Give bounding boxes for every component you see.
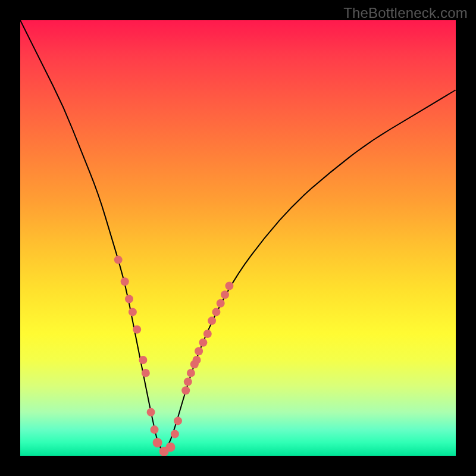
sample-dot [166, 442, 176, 452]
chart-svg [20, 20, 456, 456]
sample-dot [171, 430, 179, 438]
sample-dot [114, 256, 123, 264]
sample-dot [142, 369, 150, 377]
sample-dot [125, 295, 133, 303]
sample-dot [153, 438, 162, 447]
sample-dot [121, 277, 129, 286]
sample-dot [129, 308, 137, 316]
sample-dot [199, 339, 207, 347]
sample-dot [195, 347, 203, 355]
sample-dot [174, 416, 182, 425]
sample-dot [225, 282, 233, 290]
sample-dot [184, 378, 192, 386]
sample-dot [208, 317, 216, 325]
sample-dot [151, 425, 159, 434]
plot-area [20, 20, 456, 456]
sample-dots-group [114, 256, 234, 456]
sample-dot [193, 356, 201, 364]
watermark-text: TheBottleneck.com [343, 5, 468, 21]
sample-dot [203, 330, 212, 338]
sample-dot [139, 356, 147, 364]
bottleneck-curve [20, 20, 456, 449]
sample-dot [187, 369, 195, 377]
sample-dot [147, 408, 155, 416]
chart-frame: TheBottleneck.com [0, 0, 476, 476]
sample-dot [181, 386, 190, 394]
sample-dot [212, 308, 220, 316]
sample-dot [133, 325, 141, 334]
sample-dot [217, 299, 225, 308]
sample-dot [221, 290, 229, 299]
